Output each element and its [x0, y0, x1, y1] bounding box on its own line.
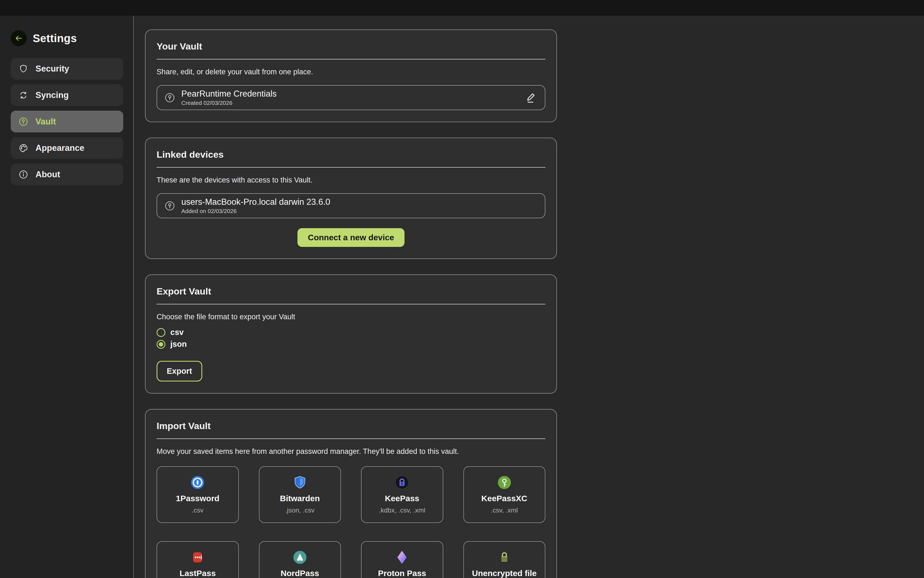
card-description: Share, edit, or delete your vault from o… — [157, 68, 545, 76]
card-description: Choose the file format to export your Va… — [157, 313, 545, 321]
back-button[interactable] — [11, 30, 27, 46]
card-description: Move your saved items here from another … — [157, 447, 545, 456]
unencrypted-lock-icon — [497, 550, 512, 565]
sidebar-item-label: Syncing — [36, 90, 69, 100]
card-title: Your Vault — [157, 41, 545, 52]
import-tile-bitwarden[interactable]: Bitwarden .json, .csv — [259, 466, 341, 523]
keepassxc-icon — [497, 475, 512, 490]
tile-name: KeePass — [385, 494, 419, 503]
card-title: Import Vault — [157, 421, 545, 431]
tile-formats: .kdbx, .csv, .xml — [379, 507, 425, 514]
device-added-date: Added on 02/03/2026 — [182, 208, 330, 214]
lastpass-icon — [190, 550, 205, 565]
sidebar-item-label: Security — [36, 64, 69, 74]
tile-name: Unencrypted file — [472, 569, 537, 578]
sidebar-item-label: Vault — [36, 117, 56, 127]
radio-option-csv[interactable]: csv — [157, 328, 545, 337]
tile-name: 1Password — [176, 494, 219, 503]
edit-pencil-icon — [525, 91, 538, 104]
1password-icon — [190, 475, 205, 490]
tile-name: NordPass — [280, 569, 319, 578]
sidebar-nav: Security Syncing — [11, 58, 123, 185]
divider — [157, 167, 545, 167]
edit-vault-button[interactable] — [525, 91, 538, 104]
import-vault-card: Import Vault Move your saved items here … — [145, 409, 557, 578]
linked-devices-card: Linked devices These are the devices wit… — [145, 138, 557, 259]
sidebar-item-vault[interactable]: Vault — [11, 110, 123, 132]
divider — [157, 304, 545, 304]
divider — [157, 438, 545, 439]
connect-new-device-button[interactable]: Connect a new device — [297, 228, 405, 247]
divider — [157, 59, 545, 60]
radio-button-unselected[interactable] — [157, 328, 165, 337]
key-icon — [18, 117, 28, 127]
sidebar-item-security[interactable]: Security — [11, 58, 123, 80]
connect-button-row: Connect a new device — [157, 228, 545, 247]
import-options-grid: 1Password .csv Bitwarden .jso — [157, 466, 545, 578]
info-icon — [18, 170, 28, 179]
key-icon — [164, 92, 175, 103]
import-tile-keepassxc[interactable]: KeePassXC .csv, .xml — [464, 466, 546, 523]
window-titlebar — [0, 0, 924, 16]
protonpass-icon — [395, 550, 409, 565]
settings-sidebar: Settings Security — [0, 16, 134, 578]
export-vault-card: Export Vault Choose the file format to e… — [145, 274, 557, 394]
arrow-left-icon — [14, 34, 23, 43]
shield-icon — [18, 64, 28, 74]
tile-name: LastPass — [179, 569, 216, 578]
nordpass-icon — [292, 550, 307, 565]
card-description: These are the devices with access to thi… — [157, 176, 545, 184]
tile-formats: .csv — [192, 507, 204, 514]
tile-formats: .json, .csv — [285, 507, 314, 514]
keepass-icon — [395, 475, 409, 490]
device-item-text: users-MacBook-Pro.local darwin 23.6.0 Ad… — [182, 197, 330, 214]
app-window: Settings Security — [0, 0, 924, 578]
import-tile-lastpass[interactable]: LastPass .csv — [157, 541, 239, 578]
tile-name: Proton Pass — [378, 569, 426, 578]
vault-name: PearRuntime Credentials — [182, 89, 277, 99]
sync-icon — [18, 90, 28, 100]
device-item-row: users-MacBook-Pro.local darwin 23.6.0 Ad… — [157, 193, 545, 218]
export-format-options: csv json — [157, 328, 545, 349]
bitwarden-icon — [292, 475, 307, 490]
radio-button-selected[interactable] — [157, 340, 165, 349]
palette-icon — [18, 143, 28, 153]
vault-created-date: Created 02/03/2026 — [182, 100, 277, 106]
import-tile-protonpass[interactable]: Proton Pass .csv, .json — [361, 541, 443, 578]
radio-option-json[interactable]: json — [157, 339, 545, 349]
import-tile-unencrypted[interactable]: Unencrypted file .json, .csv — [464, 541, 546, 578]
page-title: Settings — [33, 32, 77, 45]
export-button[interactable]: Export — [157, 361, 202, 382]
device-name: users-MacBook-Pro.local darwin 23.6.0 — [182, 197, 330, 207]
card-title: Export Vault — [157, 286, 545, 297]
sidebar-item-label: Appearance — [36, 143, 84, 153]
sidebar-item-label: About — [36, 170, 60, 179]
import-tile-nordpass[interactable]: NordPass .csv — [259, 541, 341, 578]
app-shell: Settings Security — [0, 16, 924, 578]
sidebar-item-about[interactable]: About — [11, 164, 123, 185]
sidebar-header: Settings — [11, 30, 123, 46]
key-icon — [164, 200, 175, 211]
settings-content: Your Vault Share, edit, or delete your v… — [134, 16, 924, 578]
card-title: Linked devices — [157, 149, 545, 160]
tile-name: Bitwarden — [280, 494, 320, 503]
import-tile-1password[interactable]: 1Password .csv — [157, 466, 239, 523]
sidebar-item-appearance[interactable]: Appearance — [11, 137, 123, 159]
tile-formats: .csv, .xml — [491, 507, 518, 514]
import-tile-keepass[interactable]: KeePass .kdbx, .csv, .xml — [361, 466, 443, 523]
vault-item-text: PearRuntime Credentials Created 02/03/20… — [182, 89, 277, 106]
sidebar-item-syncing[interactable]: Syncing — [11, 84, 123, 106]
your-vault-card: Your Vault Share, edit, or delete your v… — [145, 29, 557, 122]
radio-label: csv — [170, 328, 183, 337]
radio-label: json — [170, 339, 187, 349]
vault-item-row[interactable]: PearRuntime Credentials Created 02/03/20… — [157, 85, 545, 110]
tile-name: KeePassXC — [481, 494, 527, 503]
